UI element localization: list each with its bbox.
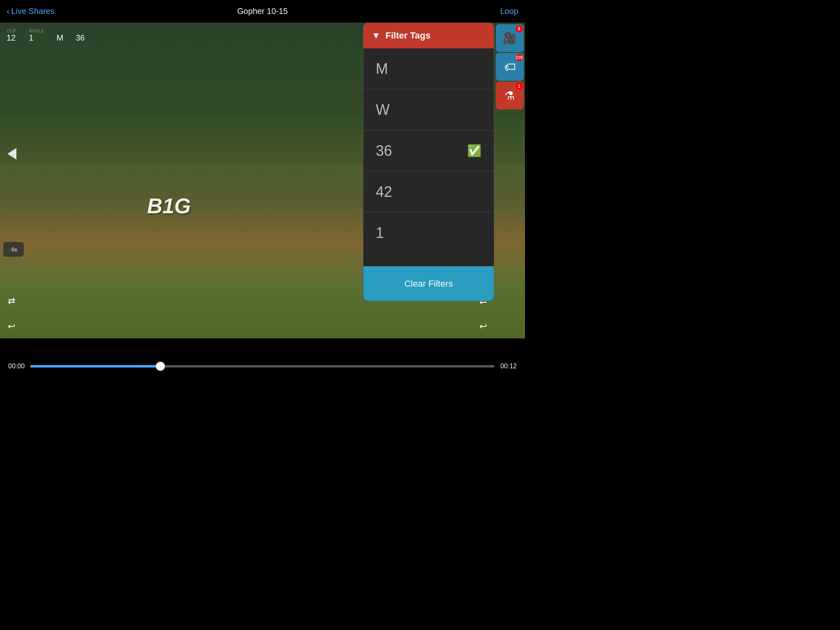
angle-value: 1 <box>29 33 33 43</box>
rewind-icon <box>7 148 16 160</box>
angle-col: ANGLE 1 <box>29 28 44 43</box>
filter-tag-label-1: 1 <box>376 224 384 242</box>
tag-icon: 🏷 <box>504 60 516 74</box>
camera-icon: 🎥 <box>502 32 517 45</box>
progress-fill <box>30 365 160 368</box>
page-title: Gopher 10-15 <box>237 7 288 16</box>
filter-header: ▼ Filter Tags <box>363 23 494 48</box>
tag-badge: 219 <box>516 54 523 61</box>
filter-tag-label-42: 42 <box>376 183 392 201</box>
right-panel: 🎥 8 🏷 219 ⚗ 1 <box>494 23 525 110</box>
back-button[interactable]: ‹ Live Shares <box>7 6 55 17</box>
time-end: 00:12 <box>500 363 517 370</box>
filter-tags-panel: ▼ Filter Tags M W 36 ✅ 42 1 Clear Filter… <box>363 23 494 301</box>
tag-button[interactable]: 🏷 219 <box>496 53 524 81</box>
chevron-left-icon: ‹ <box>7 6 9 17</box>
tag1-col: M <box>57 28 64 43</box>
tag2-value: 36 <box>75 33 84 43</box>
clear-filters-button[interactable]: Clear Filters <box>363 266 494 301</box>
filter-tag-check-36: ✅ <box>467 144 482 158</box>
progress-row: 00:00 00:12 <box>8 363 517 370</box>
big-logo: B1G <box>147 194 191 218</box>
filter-tag-42[interactable]: 42 <box>363 171 494 212</box>
bottom-left-controls: ⇄ ↩ <box>2 291 21 336</box>
filter-header-title: Filter Tags <box>386 30 431 41</box>
camera-button[interactable]: 🎥 8 <box>496 24 524 52</box>
clip-label: CLIP <box>7 28 16 33</box>
filter-tags-list: M W 36 ✅ 42 1 <box>363 48 494 266</box>
progress-bar[interactable] <box>30 365 495 368</box>
filter-tag-36[interactable]: 36 ✅ <box>363 130 494 171</box>
filter-header-icon: ▼ <box>372 30 381 41</box>
filter-tag-w[interactable]: W <box>363 89 494 130</box>
camera-badge: 8 <box>516 25 523 32</box>
shuffle-button[interactable]: ⇄ <box>2 291 21 311</box>
filter-icon: ⚗ <box>504 89 515 103</box>
filter-button[interactable]: ⚗ 1 <box>496 82 524 110</box>
top-bar: ‹ Live Shares Gopher 10-15 Loop <box>0 0 525 23</box>
undo-button[interactable]: ↩ <box>2 317 21 336</box>
filter-tag-m[interactable]: M <box>363 48 494 89</box>
tag2-col: 36 <box>75 28 84 43</box>
filter-tag-label-m: M <box>376 60 388 78</box>
undo-right-button[interactable]: ↩ <box>473 317 493 336</box>
tag1-value: M <box>57 33 64 43</box>
filter-tag-label-36: 36 <box>376 142 392 160</box>
skip-back-label: -5s <box>10 247 17 253</box>
filter-tag-label-w: W <box>376 101 390 119</box>
filter-tag-1[interactable]: 1 <box>363 212 494 253</box>
bottom-bar: 00:00 00:12 <box>0 338 525 394</box>
rewind-button[interactable] <box>2 144 22 164</box>
clip-value: 12 <box>7 33 16 43</box>
time-start: 00:00 <box>8 363 25 370</box>
clear-filters-label: Clear Filters <box>404 278 453 289</box>
loop-button[interactable]: Loop <box>500 7 519 16</box>
clip-number-col: CLIP 12 <box>7 28 16 43</box>
progress-thumb[interactable] <box>156 362 165 371</box>
clip-info: CLIP 12 ANGLE 1 M 36 <box>0 23 91 45</box>
filter-badge: 1 <box>516 82 523 90</box>
angle-label: ANGLE <box>29 28 44 33</box>
skip-back-button[interactable]: -5s <box>3 242 24 257</box>
back-label: Live Shares <box>11 7 55 16</box>
